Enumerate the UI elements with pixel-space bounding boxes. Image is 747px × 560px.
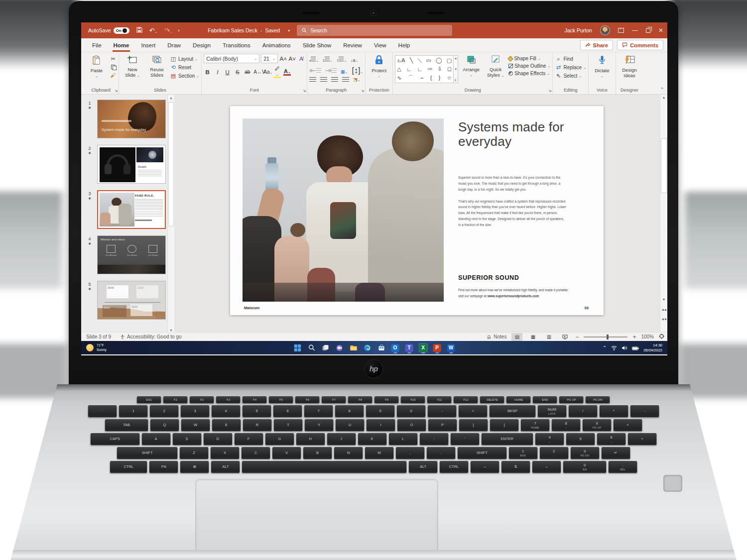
- bold-icon[interactable]: B: [204, 69, 211, 75]
- clear-formatting-icon[interactable]: A̸: [297, 56, 305, 62]
- canvas-scroll-down-icon[interactable]: ▼: [660, 298, 667, 301]
- ribbon-display-options-icon[interactable]: [618, 28, 624, 33]
- increase-font-icon[interactable]: A˄: [279, 56, 287, 62]
- shape-gallery-scroll[interactable]: ▲▼⊻: [454, 55, 458, 83]
- slideshow-button[interactable]: [559, 333, 570, 341]
- character-spacing-icon[interactable]: A↔V⌄: [253, 69, 261, 75]
- text-highlight-icon[interactable]: 🖉⌄: [273, 66, 281, 78]
- ribbon-tab-draw[interactable]: Draw: [161, 38, 187, 52]
- align-left-icon[interactable]: [309, 77, 316, 82]
- slide-thumbnail-5[interactable]: 09/08 11/03 09/23 11/12: [97, 281, 166, 320]
- slide-title[interactable]: Systems made for everyday: [458, 120, 593, 149]
- arrange-button[interactable]: Arrange⌄: [460, 54, 483, 77]
- change-case-icon[interactable]: Aa⌄: [263, 69, 271, 75]
- outlook-icon[interactable]: O: [390, 343, 400, 352]
- ribbon-tab-insert[interactable]: Insert: [135, 38, 161, 52]
- chat-icon[interactable]: [335, 343, 344, 352]
- document-title[interactable]: Fabrikam Sales Deck: [208, 27, 257, 33]
- slide-sorter-view-button[interactable]: ▦: [527, 333, 538, 341]
- wifi-icon[interactable]: [611, 343, 617, 352]
- start-button[interactable]: [293, 343, 302, 352]
- section-button[interactable]: ▤Section⌄: [170, 73, 199, 79]
- slide-thumbnail-4[interactable]: Mission and vision Our Mission Our Value…: [97, 235, 166, 274]
- normal-view-button[interactable]: ▤: [511, 333, 522, 341]
- reading-view-button[interactable]: ▥: [543, 333, 554, 341]
- user-avatar[interactable]: [600, 25, 610, 35]
- ribbon-tab-animations[interactable]: Animations: [256, 38, 297, 52]
- ribbon-tab-review[interactable]: Review: [337, 38, 368, 52]
- align-right-icon[interactable]: [331, 77, 338, 82]
- file-explorer-icon[interactable]: [349, 343, 358, 352]
- columns-icon[interactable]: ▦⌄: [341, 66, 348, 75]
- collapse-ribbon-icon[interactable]: ⌃: [660, 87, 664, 92]
- paragraph-dialog-launcher-icon[interactable]: ⇲: [361, 89, 364, 93]
- replace-button[interactable]: ⇄Replace⌄: [555, 64, 586, 71]
- copy-icon[interactable]: [110, 64, 117, 70]
- scroll-up-icon[interactable]: ▲: [169, 95, 173, 102]
- share-button[interactable]: Share: [580, 40, 614, 50]
- redo-icon[interactable]: ↷⌄: [164, 27, 173, 34]
- ribbon-tab-file[interactable]: File: [86, 38, 108, 52]
- canvas-scrollbar[interactable]: ▲ ▼ ▲▲ ▼▼: [660, 95, 667, 332]
- align-center-icon[interactable]: [320, 77, 327, 82]
- weather-widget[interactable]: 71°FSunny: [86, 343, 107, 352]
- slide-thumbnail-2[interactable]: Details: [97, 145, 166, 184]
- fit-slide-button[interactable]: [659, 334, 664, 340]
- accessibility-status[interactable]: Accessibility: Good to go: [120, 334, 182, 339]
- taskbar-search-icon[interactable]: [307, 343, 316, 352]
- strikethrough-icon[interactable]: S: [234, 69, 241, 75]
- align-text-icon[interactable]: [↕]⌄: [352, 66, 363, 75]
- design-ideas-button[interactable]: DesignIdeas: [618, 54, 641, 79]
- shape-effects-button[interactable]: Shape Effects⌄: [508, 71, 550, 76]
- font-dialog-launcher-icon[interactable]: ⇲: [303, 89, 306, 93]
- volume-icon[interactable]: [622, 343, 627, 352]
- find-button[interactable]: ⌕Find: [555, 56, 586, 62]
- microsoft-store-icon[interactable]: [376, 343, 386, 352]
- canvas-scrollbar-thumb[interactable]: [661, 138, 667, 193]
- excel-icon[interactable]: X: [418, 343, 428, 352]
- comments-button[interactable]: Comments: [617, 40, 663, 50]
- drawing-dialog-launcher-icon[interactable]: ⇲: [549, 89, 552, 93]
- slide-url[interactable]: www.superiorsoundproducts.com: [488, 294, 539, 298]
- clipboard-dialog-launcher-icon[interactable]: ⇲: [115, 89, 118, 93]
- slide-heading-2[interactable]: SUPERIOR SOUND: [458, 274, 519, 281]
- notes-button[interactable]: Notes: [487, 334, 506, 339]
- slide-body[interactable]: Superior sound is more than a nice-to-ha…: [458, 175, 567, 234]
- zoom-slider-knob[interactable]: [607, 335, 609, 339]
- word-icon[interactable]: W: [446, 343, 456, 352]
- ribbon-tab-slide-show[interactable]: Slide Show: [297, 38, 338, 52]
- teams-icon[interactable]: T: [404, 343, 414, 352]
- reuse-slides-button[interactable]: ReuseSlides: [145, 54, 168, 78]
- thumbnail-scrollbar[interactable]: ▲ ▼: [167, 95, 174, 332]
- justify-icon[interactable]: [342, 77, 349, 82]
- canvas-scroll-up-icon[interactable]: ▲: [660, 96, 667, 99]
- font-color-icon[interactable]: A⌄: [283, 68, 291, 76]
- restore-button[interactable]: [646, 28, 650, 33]
- bullets-icon[interactable]: •⌄: [309, 55, 319, 64]
- decrease-indent-icon[interactable]: ⇤: [309, 66, 321, 75]
- battery-icon[interactable]: [632, 343, 639, 352]
- numbering-icon[interactable]: 1⌄: [323, 55, 333, 64]
- shape-gallery[interactable]: ⎁A╲⟍▭◯▢ △∟∟⇨⇩◻ ∿⌒⌢{}☆: [395, 55, 454, 83]
- zoom-slider[interactable]: [584, 336, 627, 337]
- ribbon-tab-view[interactable]: View: [368, 38, 392, 52]
- italic-icon[interactable]: I: [214, 69, 221, 75]
- user-name[interactable]: Jack Purton: [564, 27, 592, 33]
- tray-expand-icon[interactable]: ⌃: [603, 345, 607, 350]
- quick-access-dropdown-icon[interactable]: ▿: [178, 28, 180, 33]
- font-name-combo[interactable]: Calibri (Body)⌄: [204, 54, 259, 63]
- shape-outline-button[interactable]: Shape Outline⌄: [508, 63, 550, 69]
- ribbon-tab-help[interactable]: Help: [392, 38, 416, 52]
- zoom-out-button[interactable]: −: [575, 334, 579, 340]
- scrollbar-thumb[interactable]: [168, 102, 174, 226]
- save-icon[interactable]: [136, 27, 142, 34]
- line-spacing-icon[interactable]: ↕⌄: [337, 55, 347, 64]
- new-slide-button[interactable]: NewSlide ⌄: [121, 54, 144, 78]
- taskbar-clock[interactable]: 14:3005/04/2022: [643, 343, 662, 353]
- decrease-font-icon[interactable]: A˅: [288, 56, 296, 62]
- zoom-level[interactable]: 100%: [641, 334, 654, 339]
- ribbon-tab-home[interactable]: Home: [108, 38, 135, 52]
- slide-indicator[interactable]: Slide 3 of 9: [86, 334, 111, 339]
- search-input[interactable]: Search: [297, 25, 452, 36]
- cut-icon[interactable]: ✂: [110, 56, 117, 62]
